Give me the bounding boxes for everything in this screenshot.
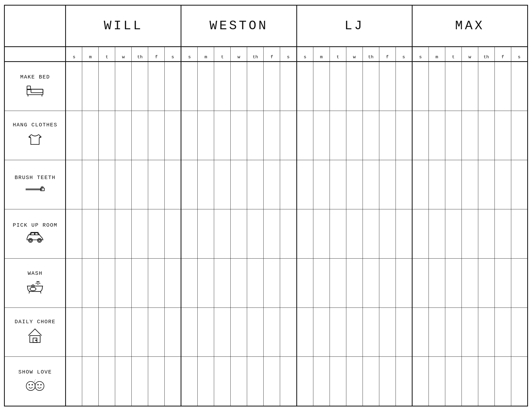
day-weston-s2: s — [280, 47, 297, 62]
row-daily-chore: DAILY CHORE — [5, 308, 527, 357]
d[interactable] — [494, 61, 511, 111]
svg-point-25 — [30, 287, 36, 291]
chore-chart: WILL WESTON LJ MAX s m t w th f s s m t … — [4, 5, 528, 406]
day-will-t: t — [99, 47, 115, 62]
header-weston: WESTON — [181, 5, 297, 47]
svg-rect-2 — [31, 89, 43, 93]
row-make-bed: MAKE BED — [5, 61, 527, 111]
d[interactable] — [132, 61, 148, 111]
day-lj-s2: s — [396, 47, 412, 62]
day-will-w: w — [115, 47, 132, 62]
d[interactable] — [247, 61, 264, 111]
task-name-daily-chore: DAILY CHORE — [6, 319, 64, 325]
svg-line-23 — [29, 292, 30, 294]
task-label-hang-clothes: HANG CLOTHES — [5, 111, 66, 160]
header-max: MAX — [412, 5, 527, 47]
task-name-brush-teeth: BRUSH TEETH — [6, 175, 64, 181]
task-name-wash: WASH — [6, 270, 64, 276]
day-weston-w: w — [231, 47, 247, 62]
row-wash: WASH — [5, 258, 527, 308]
svg-point-34 — [38, 384, 38, 385]
d[interactable] — [99, 61, 115, 111]
svg-text:✦: ✦ — [35, 379, 36, 381]
day-will-s: s — [66, 47, 82, 62]
faces-icon: ✦ ✦ — [24, 377, 46, 393]
day-lj-s: s — [297, 47, 313, 62]
task-label-make-bed: MAKE BED — [5, 61, 66, 111]
corner-cell — [5, 5, 66, 47]
d[interactable] — [181, 61, 198, 111]
header-will: WILL — [66, 5, 181, 47]
day-max-s2: s — [511, 47, 527, 62]
day-will-f: f — [148, 47, 165, 62]
day-lj-th: th — [363, 47, 379, 62]
svg-rect-0 — [27, 89, 43, 95]
day-weston-m: m — [198, 47, 214, 62]
d[interactable] — [297, 61, 313, 111]
day-max-w: w — [462, 47, 478, 62]
svg-point-35 — [41, 384, 41, 385]
d[interactable] — [346, 61, 363, 111]
d[interactable] — [511, 61, 527, 111]
d[interactable] — [429, 61, 445, 111]
svg-point-14 — [30, 239, 32, 242]
day-max-f: f — [494, 47, 511, 62]
house-icon — [26, 327, 44, 344]
task-name-hang-clothes: HANG CLOTHES — [6, 122, 64, 128]
d[interactable] — [165, 61, 181, 111]
day-max-s: s — [412, 47, 429, 62]
day-lj-t: t — [330, 47, 346, 62]
d[interactable] — [396, 61, 412, 111]
row-hang-clothes: HANG CLOTHES — [5, 111, 527, 160]
day-lj-w: w — [346, 47, 363, 62]
d[interactable] — [462, 61, 478, 111]
task-name-make-bed: MAKE BED — [6, 74, 64, 80]
row-brush-teeth: BRUSH TEETH — [5, 160, 527, 209]
svg-point-33 — [35, 381, 44, 391]
toothbrush-icon — [24, 183, 46, 195]
d[interactable] — [280, 61, 297, 111]
task-name-show-love: SHOW LOVE — [6, 369, 64, 375]
day-will-m: m — [82, 47, 99, 62]
day-weston-s: s — [181, 47, 198, 62]
task-name-pick-up-room: PICK UP ROOM — [6, 222, 64, 228]
d[interactable] — [478, 61, 494, 111]
d[interactable] — [313, 61, 330, 111]
data-make-bed-w1[interactable] — [66, 61, 82, 111]
task-label-pick-up-room: PICK UP ROOM — [5, 209, 66, 258]
svg-line-24 — [41, 292, 41, 294]
svg-line-22 — [40, 283, 40, 284]
row-pick-up-room: PICK UP ROOM — [5, 209, 527, 258]
d[interactable] — [115, 61, 132, 111]
day-weston-f: f — [264, 47, 280, 62]
d[interactable] — [379, 61, 396, 111]
header-days-row: s m t w th f s s m t w th f s s m t w th… — [5, 47, 527, 62]
d[interactable] — [214, 61, 231, 111]
day-will-s2: s — [165, 47, 181, 62]
bath-icon — [25, 279, 45, 294]
d[interactable] — [198, 61, 214, 111]
d[interactable] — [231, 61, 247, 111]
d[interactable] — [148, 61, 165, 111]
task-label-daily-chore: DAILY CHORE — [5, 308, 66, 357]
header-names-row: WILL WESTON LJ MAX — [5, 5, 527, 47]
task-label-brush-teeth: BRUSH TEETH — [5, 160, 66, 209]
d[interactable] — [82, 61, 99, 111]
day-lj-f: f — [379, 47, 396, 62]
header-lj: LJ — [297, 5, 412, 47]
d[interactable] — [363, 61, 379, 111]
d[interactable] — [264, 61, 280, 111]
d[interactable] — [445, 61, 462, 111]
svg-point-32 — [32, 384, 33, 385]
svg-line-20 — [36, 283, 37, 284]
day-lj-m: m — [313, 47, 330, 62]
day-will-th: th — [132, 47, 148, 62]
svg-rect-27 — [30, 335, 40, 342]
d[interactable] — [412, 61, 429, 111]
day-max-t: t — [445, 47, 462, 62]
day-weston-t: t — [214, 47, 231, 62]
task-label-wash: WASH — [5, 258, 66, 308]
svg-point-16 — [39, 239, 41, 242]
d[interactable] — [330, 61, 346, 111]
svg-rect-9 — [40, 188, 44, 191]
